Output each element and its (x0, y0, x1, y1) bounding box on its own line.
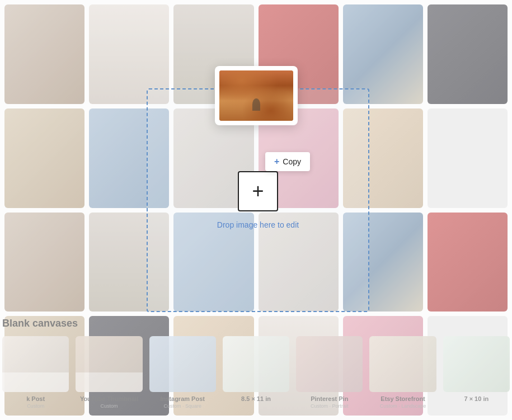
image-preview-card (215, 66, 298, 125)
plus-icon: + (252, 181, 264, 201)
drop-zone-text: Drop image here to edit (217, 220, 299, 229)
copy-button[interactable]: + Copy (265, 152, 310, 171)
add-image-button[interactable]: + (238, 171, 278, 211)
copy-button-label: Copy (283, 157, 301, 166)
copy-plus-icon: + (274, 157, 279, 167)
preview-image (219, 70, 293, 121)
